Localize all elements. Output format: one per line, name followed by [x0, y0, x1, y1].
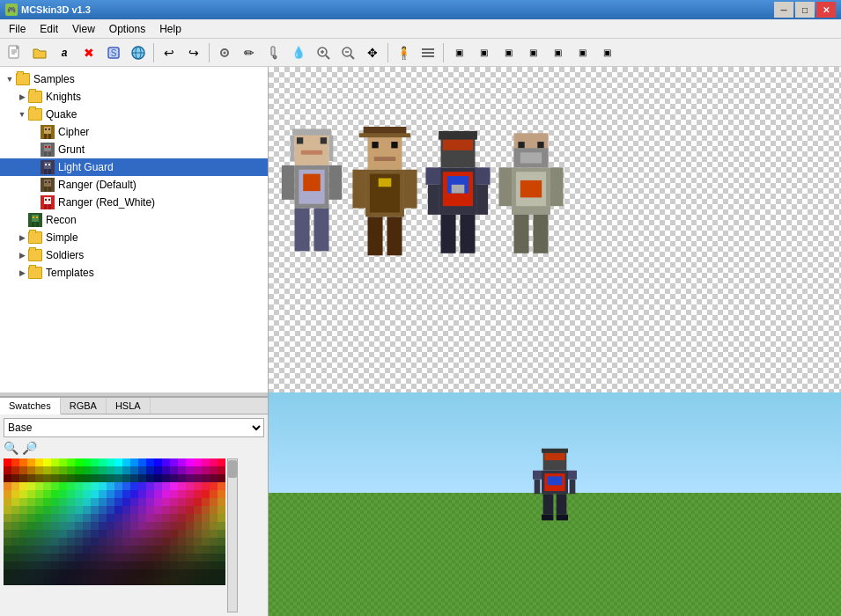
color-swatch[interactable] — [186, 490, 194, 498]
color-swatch[interactable] — [11, 458, 19, 466]
color-swatch[interactable] — [146, 546, 154, 554]
color-swatch[interactable] — [210, 554, 218, 561]
color-swatch[interactable] — [162, 522, 170, 530]
tree-item-grunt[interactable]: ▶ Grunt — [0, 141, 268, 158]
color-swatch[interactable] — [130, 561, 138, 569]
color-swatch[interactable] — [138, 458, 146, 466]
color-swatch[interactable] — [170, 458, 178, 466]
color-swatch[interactable] — [11, 474, 19, 482]
undo-button[interactable]: ↩ — [158, 41, 181, 64]
color-swatch[interactable] — [107, 458, 114, 466]
tree-item-cipher[interactable]: ▶ Cipher — [0, 123, 268, 141]
color-swatch[interactable] — [91, 490, 99, 498]
color-swatch[interactable] — [51, 482, 59, 490]
color-swatch[interactable] — [122, 530, 130, 538]
color-swatch[interactable] — [19, 458, 27, 466]
color-swatch[interactable] — [99, 546, 107, 554]
color-swatch[interactable] — [210, 546, 218, 554]
color-swatch[interactable] — [218, 546, 225, 554]
color-swatch[interactable] — [51, 498, 59, 506]
color-swatch[interactable] — [186, 458, 194, 466]
color-swatch[interactable] — [99, 490, 107, 498]
color-swatch[interactable] — [4, 577, 11, 585]
color-swatch[interactable] — [4, 569, 11, 577]
color-swatch[interactable] — [51, 458, 59, 466]
color-swatch[interactable] — [43, 458, 51, 466]
color-swatch[interactable] — [186, 522, 194, 530]
color-swatch[interactable] — [202, 554, 210, 561]
color-swatch[interactable] — [202, 482, 210, 490]
color-swatch[interactable] — [67, 546, 75, 554]
color-swatch[interactable] — [67, 498, 75, 506]
menu-edit[interactable]: Edit — [33, 21, 65, 37]
color-swatch[interactable] — [178, 458, 186, 466]
color-swatch[interactable] — [194, 546, 202, 554]
color-swatch[interactable] — [4, 490, 11, 498]
color-swatch[interactable] — [35, 466, 43, 474]
color-swatch[interactable] — [154, 522, 162, 530]
color-swatch[interactable] — [210, 506, 218, 514]
color-swatch[interactable] — [186, 498, 194, 506]
color-swatch[interactable] — [107, 530, 114, 538]
color-swatch[interactable] — [107, 577, 114, 585]
color-swatch[interactable] — [162, 514, 170, 522]
color-swatch[interactable] — [170, 466, 178, 474]
color-swatch[interactable] — [154, 569, 162, 577]
color-swatch[interactable] — [154, 577, 162, 585]
color-swatch[interactable] — [130, 482, 138, 490]
color-swatch[interactable] — [67, 506, 75, 514]
menu-options[interactable]: Options — [102, 21, 152, 37]
color-swatch[interactable] — [43, 561, 51, 569]
color-swatch[interactable] — [130, 546, 138, 554]
color-swatch[interactable] — [138, 474, 146, 482]
color-swatch[interactable] — [83, 498, 91, 506]
color-swatch[interactable] — [130, 458, 138, 466]
color-swatch[interactable] — [91, 482, 99, 490]
zoom-in-button[interactable] — [312, 41, 335, 64]
color-swatch[interactable] — [154, 490, 162, 498]
color-swatch[interactable] — [114, 490, 122, 498]
color-swatch[interactable] — [186, 466, 194, 474]
color-swatch[interactable] — [186, 546, 194, 554]
maximize-button[interactable]: □ — [795, 2, 815, 18]
color-swatch[interactable] — [218, 577, 225, 585]
color-swatch[interactable] — [170, 474, 178, 482]
color-swatch[interactable] — [178, 506, 186, 514]
delete-button[interactable]: ✖ — [77, 41, 100, 64]
color-swatch[interactable] — [194, 514, 202, 522]
color-swatch[interactable] — [107, 514, 114, 522]
color-swatch[interactable] — [35, 506, 43, 514]
color-swatch[interactable] — [122, 569, 130, 577]
tree-item-samples[interactable]: ▼ Samples — [0, 70, 268, 88]
color-swatch[interactable] — [138, 506, 146, 514]
menu-view[interactable]: View — [65, 21, 102, 37]
color-swatch[interactable] — [138, 522, 146, 530]
color-swatch[interactable] — [75, 530, 83, 538]
color-swatch[interactable] — [146, 514, 154, 522]
color-swatch[interactable] — [202, 466, 210, 474]
color-swatch[interactable] — [75, 498, 83, 506]
color-swatch[interactable] — [162, 546, 170, 554]
color-swatch[interactable] — [138, 490, 146, 498]
color-swatch[interactable] — [202, 522, 210, 530]
color-swatch[interactable] — [59, 514, 67, 522]
color-swatch[interactable] — [146, 530, 154, 538]
color-swatch[interactable] — [51, 530, 59, 538]
color-swatch[interactable] — [99, 514, 107, 522]
color-swatch[interactable] — [59, 490, 67, 498]
color-swatch[interactable] — [178, 561, 186, 569]
color-swatch[interactable] — [75, 546, 83, 554]
part4-button[interactable]: ▣ — [521, 41, 544, 64]
color-swatch[interactable] — [51, 522, 59, 530]
color-swatch[interactable] — [178, 490, 186, 498]
color-swatch[interactable] — [162, 458, 170, 466]
color-swatch[interactable] — [4, 458, 11, 466]
color-swatch[interactable] — [194, 561, 202, 569]
color-swatch[interactable] — [202, 490, 210, 498]
color-swatch[interactable] — [59, 458, 67, 466]
color-swatch[interactable] — [170, 482, 178, 490]
import-button[interactable]: S — [102, 41, 125, 64]
color-swatch[interactable] — [11, 514, 19, 522]
color-swatch[interactable] — [83, 577, 91, 585]
tree-item-templates[interactable]: ▶ Templates — [0, 264, 268, 282]
